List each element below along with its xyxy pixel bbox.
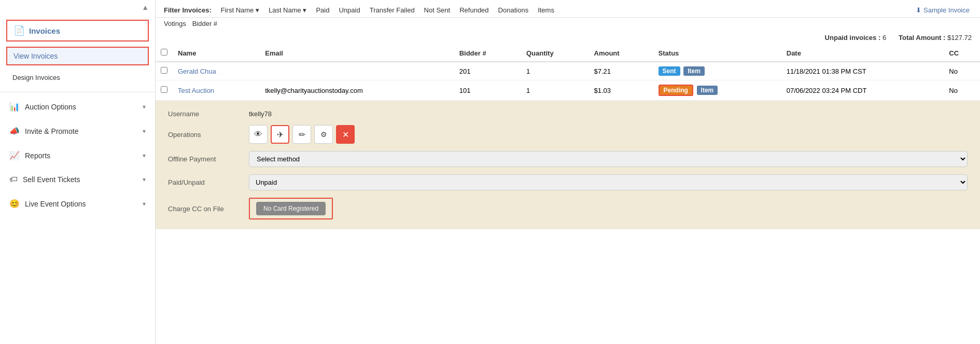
filter-paid[interactable]: Paid	[314, 5, 331, 15]
filter-transfer-failed[interactable]: Transfer Failed	[368, 5, 417, 15]
row1-amount-cell: $7.21	[589, 62, 653, 80]
filter-not-sent[interactable]: Not Sent	[422, 5, 453, 15]
col-date: Date	[781, 45, 944, 62]
col-checkbox	[156, 45, 173, 62]
total-amount-value: $127.72	[947, 34, 972, 42]
send-invoice-btn[interactable]: ✈	[271, 125, 289, 144]
sidebar-header: ▲	[0, 0, 155, 15]
reports-label: Reports	[25, 152, 143, 160]
document-icon: 📄	[13, 25, 25, 36]
filter-bar: Filter Invoices: First Name Last Name Pa…	[156, 0, 980, 18]
sample-invoice-link[interactable]: ⬇ Sample Invoice	[916, 6, 972, 14]
live-event-chevron: ▾	[143, 200, 146, 208]
sidebar-item-invite-promote[interactable]: 📣 Invite & Promote ▾	[0, 119, 155, 143]
row2-date-cell: 07/06/2022 03:24 PM CDT	[781, 80, 944, 101]
col-quantity: Quantity	[521, 45, 589, 62]
sidebar-item-sell-event-tickets[interactable]: 🏷 Sell Event Tickets ▾	[0, 168, 155, 191]
username-value: tkelly78	[249, 110, 968, 118]
filter-first-name[interactable]: First Name	[219, 5, 261, 15]
live-event-icon: 😊	[9, 199, 20, 209]
invite-promote-label: Invite & Promote	[25, 127, 143, 135]
filter-donations[interactable]: Donations	[496, 5, 531, 15]
row2-bidder-cell: 101	[454, 80, 521, 101]
row2-name-cell: Test Auction	[173, 80, 260, 101]
row2-checkbox-cell	[156, 80, 173, 101]
row2-item-badge: Item	[697, 86, 718, 95]
row1-bidder-cell: 201	[454, 62, 521, 80]
filter-refunded[interactable]: Refunded	[457, 5, 491, 15]
invoices-table-container: Name Email Bidder # Quantity Amount Stat…	[156, 45, 980, 229]
charge-cc-container: No Card Registered	[249, 198, 968, 219]
sidebar-item-live-event-options[interactable]: 😊 Live Event Options ▾	[0, 191, 155, 216]
filter-bidder-hash[interactable]: Bidder #	[192, 20, 217, 27]
charge-cc-box: No Card Registered	[249, 198, 333, 219]
detail-cell: Username tkelly78 Operations 👁 ✈ ✏ ⚙ ✕ O…	[156, 101, 980, 229]
row2-name-link[interactable]: Test Auction	[178, 87, 214, 94]
view-invoices-label: View Invoices	[13, 52, 58, 60]
view-invoice-btn[interactable]: 👁	[249, 125, 268, 144]
sidebar-item-auction-options[interactable]: 📊 Auction Options ▾	[0, 94, 155, 119]
main-content: Filter Invoices: First Name Last Name Pa…	[156, 0, 980, 344]
row1-status-cell: Sent Item	[653, 62, 781, 80]
sell-tickets-chevron: ▾	[143, 176, 146, 183]
auction-options-label: Auction Options	[25, 103, 143, 111]
row1-quantity-cell: 1	[521, 62, 589, 80]
unpaid-invoices-summary: Unpaid invoices : 6	[825, 34, 887, 42]
sidebar-view-invoices-box[interactable]: View Invoices	[6, 47, 149, 65]
row2-checkbox[interactable]	[161, 86, 167, 93]
row1-sent-badge: Sent	[659, 66, 680, 76]
row1-email-cell	[260, 62, 454, 80]
invoices-label: Invoices	[29, 26, 60, 35]
delete-invoice-btn[interactable]: ✕	[336, 125, 355, 144]
row2-email-cell: tkelly@charityauctionstoday.com	[260, 80, 454, 101]
sell-tickets-label: Sell Event Tickets	[23, 175, 143, 184]
sell-tickets-icon: 🏷	[9, 175, 18, 184]
select-all-checkbox[interactable]	[161, 49, 167, 56]
row1-name-link[interactable]: Gerald Chua	[178, 67, 216, 75]
row2-pending-badge: Pending	[659, 85, 693, 96]
filter-bar-row2: Votings Bidder #	[156, 18, 980, 32]
reports-icon: 📈	[9, 150, 20, 160]
paid-unpaid-select[interactable]: Unpaid Paid	[249, 174, 968, 190]
total-amount-summary: Total Amount : $127.72	[899, 34, 972, 42]
row1-cc-cell: No	[944, 62, 980, 80]
filter-votings[interactable]: Votings	[164, 20, 186, 27]
download-icon: ⬇	[916, 6, 921, 14]
filter-items[interactable]: Items	[536, 5, 556, 15]
col-status: Status	[653, 45, 781, 62]
auction-options-chevron: ▾	[143, 103, 146, 111]
table-row: Gerald Chua 201 1 $7.21 Sent Item 11/18/…	[156, 62, 980, 80]
detail-row: Username tkelly78 Operations 👁 ✈ ✏ ⚙ ✕ O…	[156, 101, 980, 229]
username-label: Username	[168, 110, 241, 118]
live-event-label: Live Event Options	[25, 200, 143, 208]
filter-last-name[interactable]: Last Name	[267, 5, 309, 15]
unpaid-count: 6	[883, 34, 886, 42]
row1-checkbox[interactable]	[161, 67, 167, 74]
sample-invoice-label: Sample Invoice	[923, 6, 970, 14]
row2-quantity-cell: 1	[521, 80, 589, 101]
sidebar-divider	[0, 92, 155, 92]
row2-status-cell: Pending Item	[653, 80, 781, 101]
unlink-invoice-btn[interactable]: ⚙	[314, 125, 333, 144]
filter-unpaid[interactable]: Unpaid	[337, 5, 362, 15]
sidebar-collapse-btn[interactable]: ▲	[142, 3, 149, 11]
invite-promote-chevron: ▾	[143, 128, 146, 135]
row2-amount-cell: $1.03	[589, 80, 653, 101]
sidebar-item-reports[interactable]: 📈 Reports ▾	[0, 143, 155, 168]
col-amount: Amount	[589, 45, 653, 62]
design-invoices-item[interactable]: Design Invoices	[6, 71, 149, 85]
row1-item-badge: Item	[683, 66, 705, 76]
table-row: Test Auction tkelly@charityauctionstoday…	[156, 80, 980, 101]
operations-buttons: 👁 ✈ ✏ ⚙ ✕	[249, 125, 968, 144]
sidebar: ▲ 📄 Invoices View Invoices Design Invoic…	[0, 0, 156, 344]
charge-cc-label: Charge CC on File	[168, 205, 241, 213]
invite-promote-icon: 📣	[9, 126, 20, 136]
operations-label: Operations	[168, 131, 241, 139]
row1-checkbox-cell	[156, 62, 173, 80]
invoices-table: Name Email Bidder # Quantity Amount Stat…	[156, 45, 980, 229]
sidebar-invoices-box[interactable]: 📄 Invoices	[6, 20, 149, 42]
row1-date-cell: 11/18/2021 01:38 PM CST	[781, 62, 944, 80]
edit-invoice-btn[interactable]: ✏	[292, 125, 311, 144]
offline-payment-select[interactable]: Select method Cash Check Credit Card Oth…	[249, 151, 968, 167]
no-card-registered-btn[interactable]: No Card Registered	[256, 202, 326, 215]
